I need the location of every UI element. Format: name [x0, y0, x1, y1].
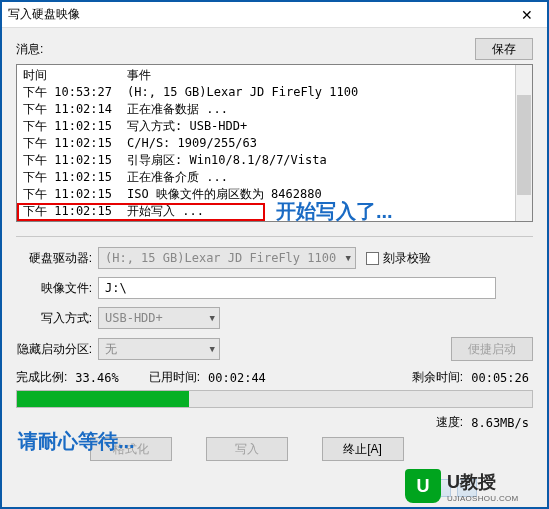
burn-verify-checkbox[interactable]: 刻录校验	[366, 250, 431, 267]
image-path-field[interactable]: J:\	[98, 277, 496, 299]
close-icon: ✕	[521, 7, 533, 23]
dialog-body: 消息: 保存 时间 事件 下午 10:53:27(H:, 15 GB)Lexar…	[2, 28, 547, 469]
log-row: 下午 11:02:15正在准备介质 ...	[17, 169, 515, 186]
elapsed-label: 已用时间:	[149, 369, 200, 386]
speed-value: 8.63MB/s	[471, 416, 529, 430]
log-row: 下午 11:02:15写入方式: USB-HDD+	[17, 118, 515, 135]
write-mode-label: 写入方式:	[16, 310, 98, 327]
window-title: 写入硬盘映像	[8, 6, 80, 23]
save-button[interactable]: 保存	[475, 38, 533, 60]
logo-title: U教授	[447, 470, 518, 494]
drive-label: 硬盘驱动器:	[16, 250, 98, 267]
remain-value: 00:05:26	[471, 371, 529, 385]
image-label: 映像文件:	[16, 280, 98, 297]
progress-fill	[17, 391, 189, 407]
log-header: 时间 事件	[17, 67, 515, 84]
col-event: 事件	[127, 67, 515, 84]
message-label: 消息:	[16, 41, 43, 58]
log-row: 下午 11:02:15ISO 映像文件的扇区数为 8462880	[17, 186, 515, 203]
stop-button[interactable]: 终止[A]	[322, 437, 404, 461]
drive-row: 硬盘驱动器: (H:, 15 GB)Lexar JD FireFly 1100 …	[16, 247, 533, 269]
log-row: 下午 10:53:27(H:, 15 GB)Lexar JD FireFly 1…	[17, 84, 515, 101]
chevron-down-icon: ▼	[346, 253, 351, 263]
title-bar: 写入硬盘映像 ✕	[2, 2, 547, 28]
done-label: 完成比例:	[16, 369, 67, 386]
logo-subtitle: UJIAOSHOU.COM	[447, 494, 518, 503]
stats-row: 完成比例: 33.46% 已用时间: 00:02:44 剩余时间: 00:05:…	[16, 369, 533, 386]
elapsed-value: 00:02:44	[208, 371, 266, 385]
progress-bar	[16, 390, 533, 408]
write-mode-select[interactable]: USB-HDD+ ▼	[98, 307, 220, 329]
drive-select[interactable]: (H:, 15 GB)Lexar JD FireFly 1100 ▼	[98, 247, 356, 269]
annotation-wait: 请耐心等待...	[18, 428, 135, 455]
dialog-window: 写入硬盘映像 ✕ 消息: 保存 时间 事件 下午 10:53:27(H:, 15…	[0, 0, 549, 509]
done-value: 33.46%	[75, 371, 118, 385]
message-row: 消息: 保存	[16, 38, 533, 60]
chevron-down-icon: ▼	[210, 313, 215, 323]
remain-label: 剩余时间:	[412, 369, 463, 386]
scrollbar[interactable]	[515, 65, 532, 221]
speed-label: 速度:	[436, 414, 463, 431]
checkbox-icon	[366, 252, 379, 265]
hidden-part-label: 隐藏启动分区:	[16, 341, 98, 358]
image-row: 映像文件: J:\	[16, 277, 533, 299]
watermark-logo: U U教授 UJIAOSHOU.COM	[405, 467, 545, 505]
divider	[16, 236, 533, 237]
shield-icon: U	[405, 469, 441, 503]
log-listbox[interactable]: 时间 事件 下午 10:53:27(H:, 15 GB)Lexar JD Fir…	[16, 64, 533, 222]
hidden-part-row: 隐藏启动分区: 无 ▼ 便捷启动	[16, 337, 533, 361]
log-row: 下午 11:02:15引导扇区: Win10/8.1/8/7/Vista	[17, 152, 515, 169]
log-row: 下午 11:02:15C/H/S: 1909/255/63	[17, 135, 515, 152]
log-content: 时间 事件 下午 10:53:27(H:, 15 GB)Lexar JD Fir…	[17, 65, 515, 221]
write-button: 写入	[206, 437, 288, 461]
write-mode-row: 写入方式: USB-HDD+ ▼	[16, 307, 533, 329]
scroll-thumb[interactable]	[517, 95, 531, 195]
chevron-down-icon: ▼	[210, 344, 215, 354]
hidden-part-select[interactable]: 无 ▼	[98, 338, 220, 360]
col-time: 时间	[17, 67, 127, 84]
log-row: 下午 11:02:15开始写入 ...	[17, 203, 515, 220]
portable-boot-button: 便捷启动	[451, 337, 533, 361]
log-row: 下午 11:02:14正在准备数据 ...	[17, 101, 515, 118]
close-button[interactable]: ✕	[513, 5, 541, 25]
annotation-start-write: 开始写入了...	[276, 198, 393, 225]
